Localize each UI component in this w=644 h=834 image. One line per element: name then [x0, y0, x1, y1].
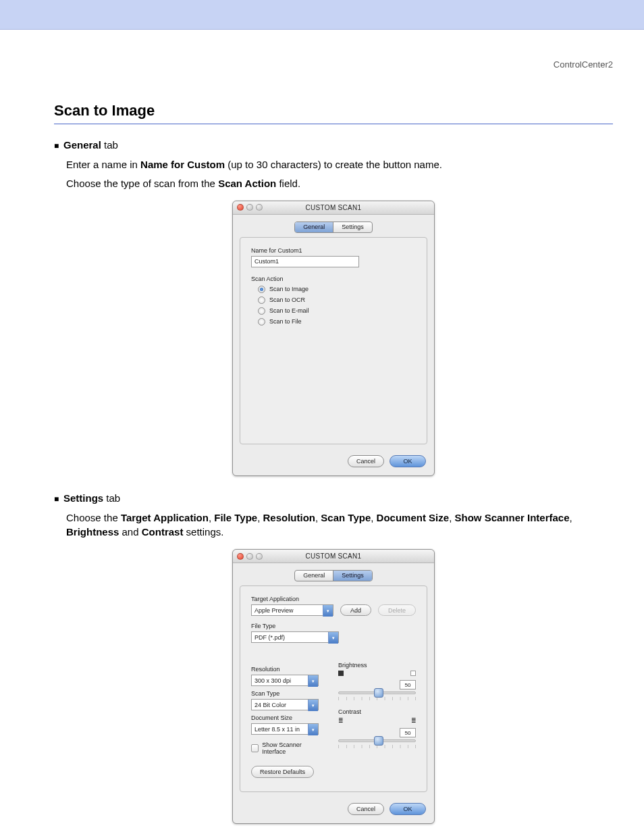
- document-size-label: Document Size: [251, 714, 322, 721]
- ok-button[interactable]: OK: [390, 803, 426, 815]
- scan-action-group: Scan Action Scan to Image Scan to OCR Sc…: [251, 276, 416, 325]
- segmented-tabs: General Settings: [294, 221, 373, 233]
- resolution-label: Resolution: [251, 666, 322, 673]
- screenshot-settings-wrap: CUSTOM SCAN1 General Settings Target App…: [54, 549, 613, 824]
- bullet-icon: ■: [54, 494, 63, 504]
- dialog-title: CUSTOM SCAN1: [233, 204, 434, 211]
- file-type-label: File Type: [251, 623, 416, 629]
- brightness-control: Brightness 50 |||||||||||: [338, 662, 416, 700]
- general-para-2: Choose the type of scan from the Scan Ac…: [66, 176, 613, 191]
- scan-type-label: Scan Type: [251, 690, 322, 697]
- bullet-general-text: General tab: [63, 139, 118, 151]
- show-scanner-interface-checkbox[interactable]: Show Scanner Interface: [251, 741, 322, 755]
- radio-icon: [258, 318, 265, 325]
- delete-button[interactable]: Delete: [378, 604, 416, 616]
- radio-scan-to-ocr[interactable]: Scan to OCR: [258, 296, 416, 304]
- resolution-select[interactable]: 300 x 300 dpi▾: [251, 675, 319, 686]
- contrast-control: Contrast ≣ ≣ 50 |||||||||||: [338, 708, 416, 748]
- dialog-title: CUSTOM SCAN1: [233, 552, 434, 560]
- contrast-value: 50: [400, 728, 416, 737]
- chevron-updown-icon: ▾: [323, 605, 333, 617]
- radio-icon: [258, 296, 265, 304]
- radio-icon: [258, 286, 265, 293]
- top-band: [0, 0, 644, 30]
- name-for-custom-input[interactable]: Custom1: [251, 256, 359, 267]
- dialog-body: Name for Custom1 Custom1 Scan Action Sca…: [240, 237, 427, 444]
- page-title: Scan to Image: [54, 102, 613, 124]
- brightness-slider[interactable]: |||||||||||: [338, 689, 416, 700]
- radio-scan-to-image[interactable]: Scan to Image: [258, 286, 416, 293]
- tab-general[interactable]: General: [295, 222, 333, 232]
- screenshot-general-wrap: CUSTOM SCAN1 General Settings Name for C…: [54, 201, 613, 476]
- contrast-slider[interactable]: |||||||||||: [338, 737, 416, 748]
- dialog-custom-scan-general: CUSTOM SCAN1 General Settings Name for C…: [232, 201, 435, 476]
- tab-bar: General Settings: [233, 221, 434, 233]
- tab-bar: General Settings: [233, 570, 434, 581]
- tab-settings[interactable]: Settings: [333, 222, 372, 232]
- chevron-updown-icon: ▾: [308, 700, 318, 711]
- chevron-updown-icon: ▾: [308, 724, 318, 735]
- document-size-select[interactable]: Letter 8.5 x 11 in▾: [251, 723, 319, 735]
- radio-scan-to-email[interactable]: Scan to E-mail: [258, 307, 416, 315]
- cancel-button[interactable]: Cancel: [348, 455, 384, 467]
- contrast-label: Contrast: [338, 708, 416, 715]
- target-application-select[interactable]: Apple Preview▾: [251, 604, 333, 616]
- segmented-tabs: General Settings: [294, 570, 373, 581]
- bullet-settings: ■ Settings tab: [54, 492, 613, 504]
- checkbox-icon: [251, 744, 259, 752]
- name-for-custom-label: Name for Custom1: [251, 247, 416, 254]
- general-para-1: Enter a name in Name for Custom (up to 3…: [66, 157, 613, 172]
- restore-defaults-button[interactable]: Restore Defaults: [251, 766, 314, 778]
- radio-scan-to-file[interactable]: Scan to File: [258, 318, 416, 325]
- running-header: ControlCenter2: [54, 59, 613, 70]
- brightness-value: 50: [400, 680, 416, 689]
- tab-general[interactable]: General: [295, 571, 333, 581]
- dialog-titlebar: CUSTOM SCAN1: [233, 550, 434, 563]
- target-application-label: Target Application: [251, 596, 416, 602]
- light-icon: [410, 671, 416, 676]
- chevron-updown-icon: ▾: [328, 632, 338, 644]
- dialog-body: Target Application Apple Preview▾ Add De…: [240, 585, 427, 792]
- tab-settings[interactable]: Settings: [333, 571, 372, 581]
- dialog-titlebar: CUSTOM SCAN1: [233, 201, 434, 215]
- file-type-select[interactable]: PDF (*.pdf)▾: [251, 631, 339, 643]
- bullet-icon: ■: [54, 141, 63, 151]
- page-content: ControlCenter2 Scan to Image ■ General t…: [0, 30, 644, 834]
- radio-icon: [258, 307, 265, 315]
- low-contrast-icon: ≣: [338, 717, 343, 724]
- dialog-footer: Cancel OK: [233, 450, 434, 475]
- ok-button[interactable]: OK: [390, 455, 426, 467]
- bullet-settings-text: Settings tab: [63, 492, 120, 504]
- add-button[interactable]: Add: [340, 604, 371, 616]
- dialog-footer: Cancel OK: [233, 798, 434, 823]
- dialog-custom-scan-settings: CUSTOM SCAN1 General Settings Target App…: [232, 549, 435, 824]
- dark-icon: [338, 671, 344, 676]
- scan-type-select[interactable]: 24 Bit Color▾: [251, 699, 319, 710]
- cancel-button[interactable]: Cancel: [348, 803, 384, 815]
- chevron-updown-icon: ▾: [308, 675, 318, 687]
- bullet-general: ■ General tab: [54, 139, 613, 151]
- brightness-label: Brightness: [338, 662, 416, 669]
- high-contrast-icon: ≣: [411, 717, 416, 724]
- scan-action-label: Scan Action: [251, 276, 416, 282]
- settings-para: Choose the Target Application, File Type…: [66, 511, 613, 540]
